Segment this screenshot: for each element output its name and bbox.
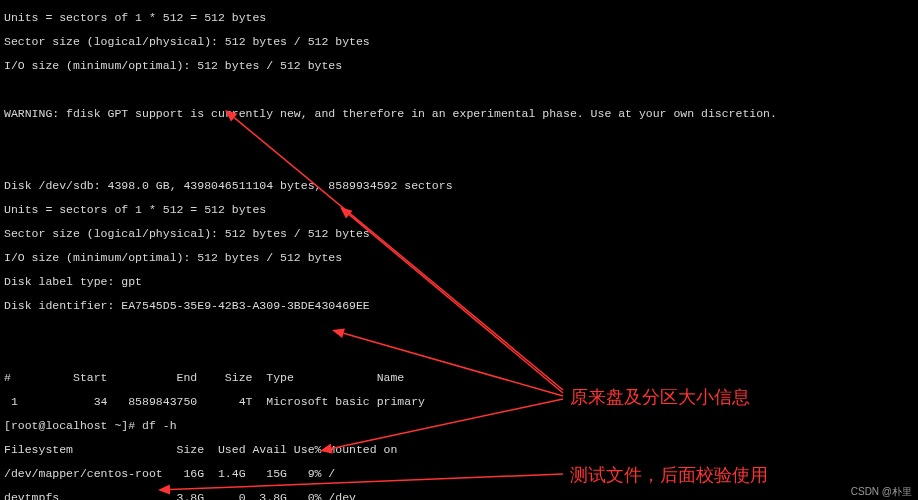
term-line [4,132,914,144]
term-line [4,348,914,360]
term-line: WARNING: fdisk GPT support is currently … [4,108,914,120]
term-line: [root@localhost ~]# df -h [4,420,914,432]
term-line: /dev/mapper/centos-root 16G 1.4G 15G 9% … [4,468,914,480]
term-line: Units = sectors of 1 * 512 = 512 bytes [4,12,914,24]
term-line: Disk identifier: EA7545D5-35E9-42B3-A309… [4,300,914,312]
term-line: Sector size (logical/physical): 512 byte… [4,228,914,240]
term-line: Disk label type: gpt [4,276,914,288]
annotation-label-disksize: 原来盘及分区大小信息 [570,386,750,408]
term-line: # Start End Size Type Name [4,372,914,384]
terminal-output[interactable]: Units = sectors of 1 * 512 = 512 bytes S… [0,0,918,500]
watermark: CSDN @朴里 [851,486,912,498]
term-line: Disk /dev/sdb: 4398.0 GB, 4398046511104 … [4,180,914,192]
term-line: Filesystem Size Used Avail Use% Mounted … [4,444,914,456]
term-line: I/O size (minimum/optimal): 512 bytes / … [4,252,914,264]
term-line: Sector size (logical/physical): 512 byte… [4,36,914,48]
term-line [4,84,914,96]
term-line [4,324,914,336]
annotation-label-testfile: 测试文件，后面校验使用 [570,464,768,486]
term-line: Units = sectors of 1 * 512 = 512 bytes [4,204,914,216]
term-line: 1 34 8589843750 4T Microsoft basic prima… [4,396,914,408]
term-line: I/O size (minimum/optimal): 512 bytes / … [4,60,914,72]
term-line [4,156,914,168]
term-line: devtmpfs 3.8G 0 3.8G 0% /dev [4,492,914,500]
